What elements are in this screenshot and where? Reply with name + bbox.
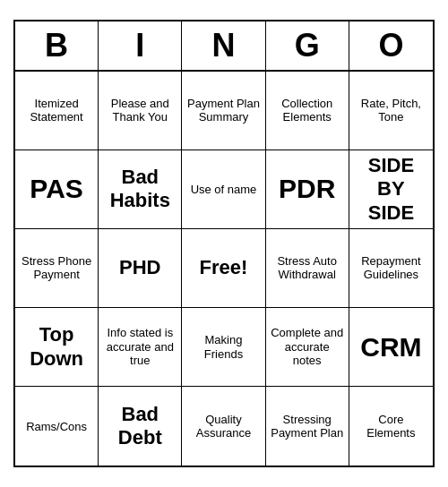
bingo-cell-5: PAS [15,150,99,229]
bingo-cell-20: Rams/Cons [15,387,99,466]
bingo-cell-16: Info stated is accurate and true [99,308,182,387]
bingo-cell-23: Stressing Payment Plan [266,387,349,466]
bingo-cell-13: Stress Auto Withdrawal [266,229,349,308]
header-letter-i: I [99,21,182,70]
bingo-cell-19: CRM [349,308,433,387]
header-letter-o: O [349,21,433,70]
bingo-cell-0: Itemized Statement [15,72,99,150]
bingo-cell-12: Free! [182,229,265,308]
bingo-cell-3: Collection Elements [266,72,349,150]
bingo-cell-10: Stress Phone Payment [15,229,99,308]
bingo-cell-21: Bad Debt [99,387,182,466]
header-letter-b: B [15,21,99,70]
bingo-cell-8: PDR [266,150,349,229]
bingo-cell-9: SIDE BY SIDE [349,150,433,229]
bingo-cell-7: Use of name [182,150,265,229]
bingo-cell-22: Quality Assurance [182,387,265,466]
bingo-cell-24: Core Elements [349,387,433,466]
bingo-cell-18: Complete and accurate notes [266,308,349,387]
bingo-cell-6: Bad Habits [99,150,182,229]
bingo-cell-4: Rate, Pitch, Tone [349,72,433,150]
bingo-cell-17: Making Friends [182,308,265,387]
bingo-card: BINGO Itemized StatementPlease and Thank… [13,20,435,468]
bingo-cell-15: Top Down [15,308,99,387]
bingo-grid: Itemized StatementPlease and Thank YouPa… [15,72,433,466]
bingo-header: BINGO [15,21,433,72]
header-letter-n: N [182,21,265,70]
bingo-cell-2: Payment Plan Summary [182,72,265,150]
bingo-cell-11: PHD [99,229,182,308]
header-letter-g: G [266,21,349,70]
bingo-cell-14: Repayment Guidelines [349,229,433,308]
bingo-cell-1: Please and Thank You [99,72,182,150]
